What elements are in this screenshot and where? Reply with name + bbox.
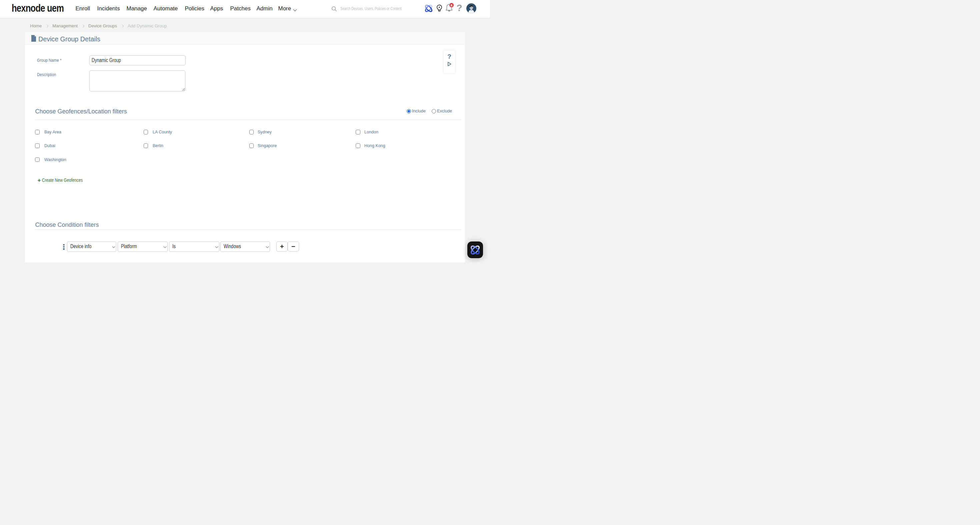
svg-text:8: 8: [451, 3, 453, 7]
